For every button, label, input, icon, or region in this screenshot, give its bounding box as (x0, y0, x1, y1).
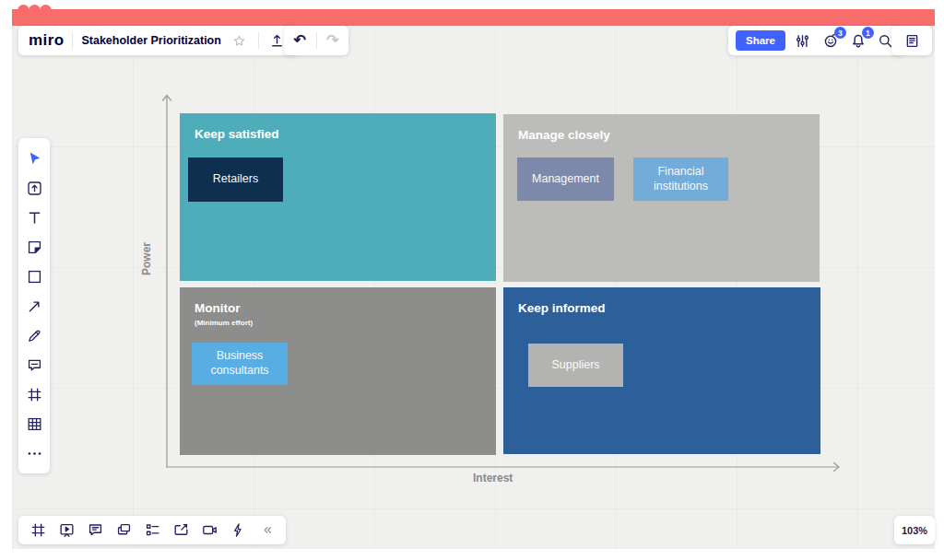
video-chat-icon[interactable] (199, 520, 219, 541)
quadrant-monitor[interactable]: Monitor (Minimum effort) Business consul… (180, 287, 496, 455)
cards-icon[interactable] (113, 520, 134, 541)
notifications-bell-icon[interactable]: 1 (848, 30, 868, 51)
quadrant-manage-closely[interactable]: Manage closely Management Financial inst… (503, 114, 820, 282)
favorite-star-icon[interactable] (230, 30, 250, 51)
undo-button[interactable]: ↶ (289, 30, 310, 51)
notes-document-icon[interactable] (902, 30, 922, 51)
select-cursor-icon[interactable] (24, 148, 44, 169)
board-notes-panel (891, 26, 932, 55)
sticky-note-icon[interactable] (24, 237, 44, 257)
settings-sliders-icon[interactable] (793, 30, 813, 51)
frames-panel-icon[interactable] (28, 520, 48, 541)
reactions-icon[interactable]: 3 (820, 30, 841, 51)
sticker-label: Business consultants (195, 349, 284, 378)
comment-tool-icon[interactable] (24, 355, 44, 375)
collaboration-bar: Share 3 1 (728, 26, 903, 55)
sticker-financial-institutions[interactable]: Financial institutions (633, 158, 728, 201)
sticker-suppliers[interactable]: Suppliers (528, 344, 623, 387)
outline-icon[interactable] (142, 520, 162, 541)
quadrant-title-text: Monitor (195, 301, 241, 315)
text-tool-icon[interactable] (24, 207, 44, 228)
banner-bump (40, 5, 52, 17)
presentation-mode-icon[interactable] (56, 520, 77, 541)
table-tool-icon[interactable] (24, 414, 44, 434)
y-axis-label[interactable]: Power (140, 242, 153, 275)
share-button[interactable]: Share (736, 30, 785, 51)
connector-arrow-icon[interactable] (24, 296, 44, 316)
x-axis-label[interactable]: Interest (473, 472, 513, 484)
sticker-management[interactable]: Management (517, 158, 614, 201)
pen-tool-icon[interactable] (24, 325, 44, 345)
facilitation-toolbar (18, 516, 286, 544)
board-title[interactable]: Stakeholder Prioritization (81, 34, 220, 47)
quadrant-title: Monitor (Minimum effort) (195, 301, 253, 328)
creation-toolbar (18, 138, 50, 473)
quadrant-title: Keep satisfied (195, 127, 279, 142)
undo-redo-group: ↶ ↷ (284, 26, 348, 55)
redo-button[interactable]: ↷ (323, 30, 343, 51)
quadrant-subtitle: (Minimum effort) (195, 319, 253, 328)
comments-panel-icon[interactable] (85, 520, 105, 541)
sticker-business-consultants[interactable]: Business consultants (192, 343, 288, 385)
frame-tool-icon[interactable] (24, 384, 44, 404)
recording-banner (12, 9, 935, 26)
notifications-badge: 1 (862, 27, 874, 39)
more-tools-icon[interactable] (24, 443, 44, 463)
zoom-level-value: 103% (902, 525, 927, 536)
reactions-badge: 3 (834, 27, 846, 39)
templates-icon[interactable] (24, 178, 44, 198)
miro-logo[interactable]: miro (29, 31, 64, 50)
quadrant-keep-informed[interactable]: Keep informed Suppliers (503, 287, 820, 454)
quadrant-title: Keep informed (518, 301, 606, 316)
board-canvas[interactable]: Power Interest Keep satisfied Retailers … (12, 26, 935, 549)
zoom-level[interactable]: 103% (894, 516, 935, 544)
divider (258, 32, 259, 49)
quadrant-keep-satisfied[interactable]: Keep satisfied Retailers (180, 113, 496, 281)
sticker-label: Financial institutions (637, 165, 725, 193)
divider (72, 32, 73, 49)
sticker-label: Retailers (213, 172, 258, 187)
board-header: miro Stakeholder Prioritization (18, 26, 298, 55)
shape-tool-icon[interactable] (24, 266, 44, 286)
divider (316, 32, 317, 49)
sticker-label: Suppliers (551, 358, 599, 373)
screen-share-icon[interactable] (171, 520, 191, 541)
quadrant-title: Manage closely (518, 128, 610, 143)
sticker-retailers[interactable]: Retailers (188, 158, 283, 202)
sticker-label: Management (532, 172, 599, 187)
collapse-toolbar-icon[interactable] (256, 520, 277, 541)
quick-actions-bolt-icon[interactable] (228, 520, 248, 541)
share-label: Share (746, 35, 775, 46)
